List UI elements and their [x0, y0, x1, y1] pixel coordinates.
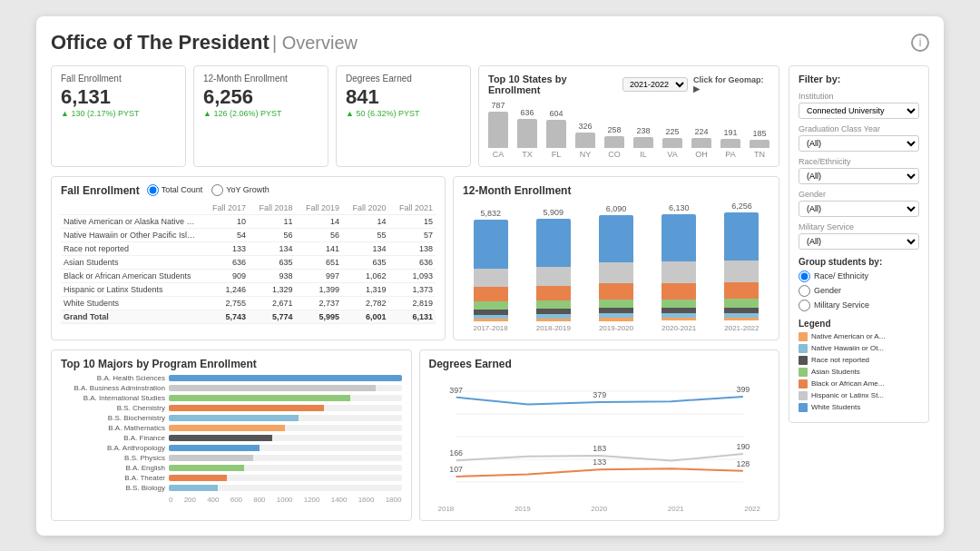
degrees-title: Degrees Earned	[429, 358, 770, 370]
grad-class-select[interactable]: (All)	[799, 135, 919, 152]
state-value: 191	[723, 128, 737, 137]
bar-segment-native_am	[662, 318, 696, 321]
row-label: Asian Students	[61, 255, 202, 269]
radio-total-count-input[interactable]	[147, 184, 159, 196]
group-option-1[interactable]: Gender	[799, 285, 919, 297]
group-option-label: Race/ Ethnicity	[814, 271, 868, 280]
bar-segment-white	[474, 220, 508, 269]
x-axis-label: 1600	[358, 496, 375, 504]
svg-text:133: 133	[593, 458, 606, 467]
major-bar-row: B.A. International Studies	[61, 394, 402, 402]
states-title: Top 10 States by Enrollment	[488, 74, 617, 95]
state-col: 326 NY	[575, 122, 595, 159]
row-value: 6,131	[389, 310, 436, 323]
x-axis-label: 600	[230, 496, 242, 504]
major-label: B.A. Business Adminstration	[61, 384, 165, 392]
row-value: 138	[389, 241, 436, 255]
table-row: White Students2,7552,6712,7372,7822,819	[61, 296, 436, 310]
bar-total-label: 6,256	[731, 202, 752, 211]
bar-group: 6,1302020-2021	[652, 203, 707, 332]
major-bar-fill	[169, 465, 244, 471]
bar-segment-hispanic	[536, 267, 571, 286]
states-geomap-link[interactable]: Click for Geomap: ▶	[693, 75, 769, 93]
major-bar-fill	[169, 425, 285, 431]
group-by-section: Group students by: Race/ Ethnicity Gende…	[799, 257, 919, 311]
bar-segment-black	[536, 286, 571, 300]
bar-segment-hispanic	[599, 262, 633, 283]
state-bar	[488, 112, 508, 148]
filter-title: Filter by:	[799, 74, 919, 84]
bar-segment-hispanic	[662, 261, 696, 283]
bar-total-label: 6,090	[606, 204, 627, 213]
radio-total-count[interactable]: Total Count	[147, 184, 203, 196]
degrees-x-labels: 20182019202020212022	[429, 505, 770, 513]
row-value: 11	[249, 214, 295, 228]
degrees-svg: 397379399166183190107133128	[429, 378, 770, 505]
group-option-0[interactable]: Race/ Ethnicity	[799, 271, 919, 282]
legend-dot-2	[799, 356, 808, 365]
group-option-2[interactable]: Military Service	[799, 300, 919, 311]
major-bar-row: B.A. Theater	[61, 474, 402, 482]
major-bar-row: B.A. Health Sciences	[61, 374, 402, 382]
bar-segment-asian	[536, 300, 571, 309]
row-label: Race not reported	[61, 241, 202, 255]
gender-filter: Gender (All)	[799, 190, 919, 217]
radio-yoy-growth[interactable]: YoY Growth	[211, 184, 270, 196]
col-header: Fall 2017	[202, 202, 249, 215]
left-panel: Fall Enrollment 6,131 130 (2.17%) PYST 1…	[51, 65, 779, 521]
major-label: B.S. Chemistry	[61, 404, 165, 412]
bar-segment-black	[474, 287, 508, 301]
row-value: 1,246	[202, 282, 249, 296]
major-bar-fill	[169, 445, 260, 451]
info-icon[interactable]: i	[911, 34, 929, 52]
state-bar	[662, 138, 682, 148]
major-bar-track	[169, 485, 402, 491]
legend-label-0: Native American or A...	[811, 332, 885, 340]
right-panel: Filter by: Institution Connected Univers…	[789, 65, 929, 521]
table-row: Black or African American Students909938…	[61, 269, 436, 282]
states-year-dropdown[interactable]: 2021-2022	[622, 77, 688, 92]
bar-segment-black	[724, 282, 759, 299]
row-value: 1,329	[249, 282, 295, 296]
row-value: 15	[389, 214, 436, 228]
state-code: CO	[608, 150, 621, 159]
group-radio-0[interactable]	[799, 271, 810, 282]
major-bar-fill	[169, 435, 272, 441]
row-value: 635	[249, 255, 295, 269]
group-radio-2[interactable]	[799, 300, 810, 311]
state-value: 258	[607, 125, 621, 134]
state-bar	[575, 133, 595, 148]
x-axis-label: 1200	[304, 496, 320, 504]
x-axis-label: 800	[253, 496, 265, 504]
degree-x-label: 2021	[668, 505, 684, 513]
legend-label-4: Black or African Ame...	[811, 379, 884, 388]
x-axis-label: 1800	[386, 496, 402, 504]
row-value: 635	[342, 255, 388, 269]
race-ethnicity-select[interactable]: (All)	[799, 168, 919, 184]
state-value: 238	[636, 126, 650, 135]
top-states-card: Top 10 States by Enrollment 2021-2022 Cl…	[478, 65, 779, 167]
radio-yoy-growth-input[interactable]	[211, 184, 223, 196]
row-label: White Students	[61, 296, 202, 310]
gender-select[interactable]: (All)	[799, 201, 919, 217]
bar-year-label: 2020-2021	[662, 324, 696, 332]
row-value: 1,373	[389, 282, 436, 296]
state-value: 185	[752, 129, 766, 138]
row-value: 56	[296, 228, 342, 241]
month12-chart-card: 12-Month Enrollment 5,8322017-20185,9092…	[453, 176, 779, 340]
row-value: 1,062	[342, 269, 388, 282]
institution-label: Institution	[799, 92, 919, 101]
table-row: Race not reported133134141134138	[61, 241, 436, 255]
state-col: 185 TN	[750, 129, 769, 159]
x-axis-label: 400	[207, 496, 219, 504]
institution-select[interactable]: Connected University	[799, 103, 919, 119]
state-bar	[517, 119, 537, 148]
legend-section: Legend Native American or A...Native Haw…	[799, 319, 919, 412]
top-row: Fall Enrollment 6,131 130 (2.17%) PYST 1…	[51, 65, 779, 167]
military-select[interactable]: (All)	[799, 233, 919, 250]
major-bar-fill	[169, 475, 227, 481]
group-radio-1[interactable]	[799, 285, 810, 297]
dashboard: Office of The President | Overview i Fal…	[36, 16, 944, 536]
bottom-row: Top 10 Majors by Program Enrollment B.A.…	[51, 349, 779, 521]
bar-segment-hispanic	[474, 269, 508, 287]
